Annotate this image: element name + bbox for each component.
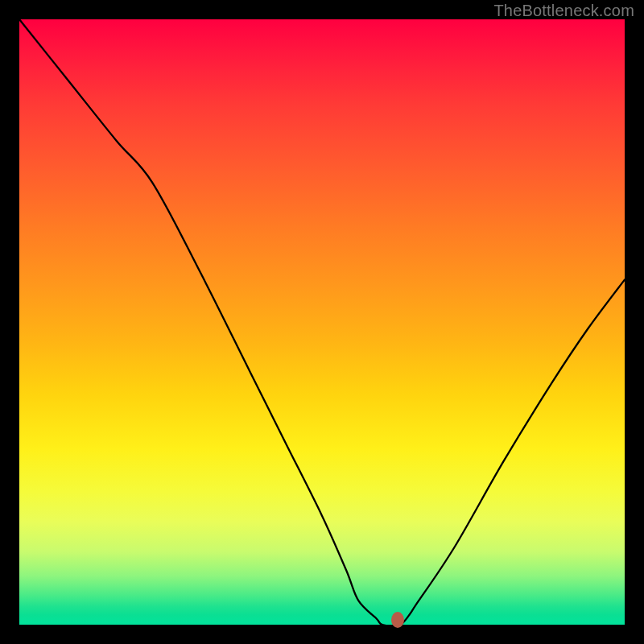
source-label: TheBottleneck.com	[493, 2, 634, 20]
chart-frame: TheBottleneck.com	[0, 0, 644, 644]
plot-area	[19, 19, 625, 625]
optimal-point-marker	[391, 612, 404, 628]
bottleneck-curve	[19, 19, 625, 627]
curve-svg	[19, 19, 625, 625]
